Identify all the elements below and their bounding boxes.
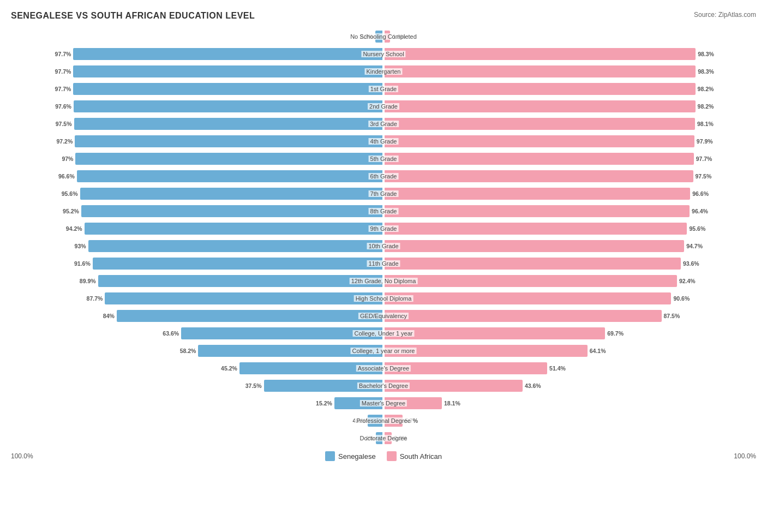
bar-value-right: 1.8%: [392, 33, 405, 40]
blue-bar: [105, 292, 382, 304]
pink-bar: [385, 118, 695, 130]
bar-value-right: 87.5%: [664, 313, 680, 319]
bar-row: 96.6%6th Grade97.5%: [11, 169, 756, 184]
pink-bar: [385, 345, 588, 357]
bar-row: 97.7%Nursery School98.3%: [11, 46, 756, 62]
bar-value-left: 84%: [103, 313, 115, 319]
bar-value-left: 89.9%: [80, 278, 96, 284]
blue-bar: [85, 223, 382, 235]
bar-value-right: 95.6%: [689, 225, 705, 232]
blue-bar: [334, 397, 382, 409]
footer-pct-left: 100.0%: [11, 452, 33, 460]
bar-row: 97.5%3rd Grade98.1%: [11, 116, 756, 131]
bar-value-left: 95.2%: [63, 208, 79, 214]
blue-bar: [88, 240, 382, 252]
bar-value-right: 64.1%: [590, 348, 606, 354]
blue-bar: [93, 258, 382, 270]
legend-senegalese-label: Senegalese: [338, 452, 376, 461]
blue-bar: [198, 345, 382, 357]
bar-row: 94.2%9th Grade95.6%: [11, 221, 756, 236]
blue-bar: [74, 100, 382, 112]
bar-value-left: 97.5%: [56, 121, 72, 127]
bar-value-right: 98.2%: [698, 103, 714, 110]
blue-bar: [75, 153, 382, 165]
bar-value-right: 93.6%: [683, 260, 699, 267]
pink-bar: [385, 65, 696, 77]
blue-bar: [376, 432, 382, 444]
bar-value-left: 93%: [75, 243, 86, 249]
bar-value-right: 94.7%: [686, 243, 703, 249]
bar-value-left: 97%: [62, 156, 73, 162]
bar-value-left: 87.7%: [87, 295, 103, 302]
blue-bar: [73, 83, 382, 95]
bar-row: 97%5th Grade97.7%: [11, 151, 756, 166]
pink-bar: [385, 258, 681, 270]
pink-bar: [385, 83, 696, 95]
bar-value-right: 2.3%: [394, 435, 407, 441]
pink-bar: [385, 153, 694, 165]
bar-value-right: 69.7%: [607, 330, 624, 337]
bar-value-left: 96.6%: [58, 173, 75, 180]
blue-bar: [80, 188, 382, 200]
bar-value-left: 2.3%: [360, 33, 373, 40]
blue-bar: [239, 362, 382, 374]
legend: Senegalese South African: [325, 451, 442, 461]
bar-value-left: 97.7%: [55, 51, 71, 57]
bar-value-right: 5.7%: [405, 417, 418, 424]
bar-value-left: 15.2%: [316, 400, 332, 407]
pink-bar: [385, 292, 671, 304]
pink-bar: [385, 362, 547, 374]
pink-bar: [385, 310, 662, 322]
bar-value-left: 45.2%: [221, 365, 237, 372]
bar-value-right: 98.3%: [698, 51, 714, 57]
blue-bar: [81, 205, 382, 217]
legend-south-african-label: South African: [400, 452, 442, 461]
pink-bar: [385, 31, 390, 43]
bar-row: 4.6%Professional Degree5.7%: [11, 413, 756, 428]
chart-container: SENEGALESE VS SOUTH AFRICAN EDUCATION LE…: [11, 11, 756, 461]
bar-row: 91.6%11th Grade93.6%: [11, 256, 756, 271]
bar-value-right: 43.6%: [525, 382, 541, 389]
bar-value-left: 94.2%: [66, 225, 82, 232]
bar-value-left: 97.6%: [55, 103, 71, 110]
blue-bar: [375, 31, 382, 43]
blue-bar: [73, 65, 382, 77]
bar-value-right: 90.6%: [673, 295, 690, 302]
bar-value-left: 37.5%: [245, 382, 262, 389]
bar-row: 97.6%2nd Grade98.2%: [11, 99, 756, 114]
bar-value-left: 91.6%: [74, 260, 91, 267]
pink-bar: [385, 188, 690, 200]
legend-blue-box: [325, 451, 335, 461]
bar-value-right: 96.4%: [692, 208, 708, 214]
bar-row: 2.3%No Schooling Completed1.8%: [11, 29, 756, 44]
blue-bar: [73, 48, 382, 60]
pink-bar: [385, 135, 694, 147]
bar-value-right: 98.1%: [697, 121, 714, 127]
chart-source: Source: ZipAtlas.com: [694, 11, 756, 19]
pink-bar: [385, 380, 523, 392]
bar-row: 95.2%8th Grade96.4%: [11, 204, 756, 219]
bar-value-left: 97.7%: [55, 68, 71, 75]
bar-value-left: 63.6%: [163, 330, 179, 337]
bar-value-right: 97.9%: [697, 138, 713, 145]
bar-value-right: 18.1%: [444, 400, 460, 407]
bar-value-left: 58.2%: [180, 348, 196, 354]
bar-row: 97.2%4th Grade97.9%: [11, 134, 756, 149]
bar-row: 37.5%Bachelor's Degree43.6%: [11, 378, 756, 393]
bar-row: 2%Doctorate Degree2.3%: [11, 431, 756, 446]
pink-bar: [385, 170, 693, 182]
legend-senegalese: Senegalese: [325, 451, 376, 461]
blue-bar: [368, 415, 382, 427]
blue-bar: [117, 310, 382, 322]
pink-bar: [385, 100, 696, 112]
bar-row: 97.7%1st Grade98.2%: [11, 81, 756, 97]
bar-value-left: 97.7%: [55, 86, 71, 92]
chart-header: SENEGALESE VS SOUTH AFRICAN EDUCATION LE…: [11, 11, 756, 21]
footer-area: 100.0% Senegalese South African 100.0%: [11, 451, 756, 461]
bar-value-right: 92.4%: [679, 278, 696, 284]
chart-title: SENEGALESE VS SOUTH AFRICAN EDUCATION LE…: [11, 11, 255, 21]
bar-value-left: 4.6%: [352, 417, 365, 424]
bar-value-left: 2%: [365, 435, 374, 441]
blue-bar: [74, 118, 383, 130]
blue-bar: [77, 170, 382, 182]
